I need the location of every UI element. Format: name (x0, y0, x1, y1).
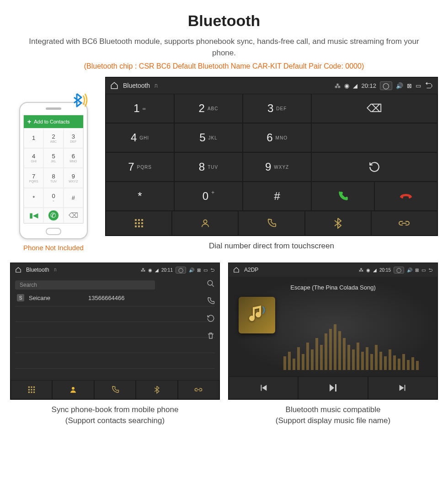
svg-rect-50 (416, 361, 419, 370)
album-art (239, 297, 275, 333)
svg-rect-6 (135, 225, 137, 227)
contact-row[interactable]: S Seicane 13566664466 (15, 290, 215, 306)
dial-keypad: 1∞2ABC3DEF4GHI5JKL6MNO7PQRS8TUV9WXYZ*0+# (106, 94, 311, 211)
usb-icon: ⎍ (155, 83, 158, 88)
back-icon[interactable]: ⮌ (210, 268, 215, 273)
svg-rect-11 (28, 386, 30, 388)
key-8[interactable]: 8TUV (174, 152, 243, 182)
svg-rect-49 (411, 357, 414, 370)
delete-icon[interactable] (207, 332, 215, 340)
camera-icon[interactable]: ◯ (380, 81, 392, 90)
volume-icon[interactable]: 🔊 (407, 268, 412, 273)
camera-icon[interactable]: ◯ (394, 267, 404, 274)
key-4[interactable]: 4GHI (106, 123, 174, 152)
wifi-icon: ◢ (373, 268, 377, 273)
svg-rect-33 (338, 331, 341, 370)
key-1[interactable]: 1∞ (106, 94, 174, 123)
svg-rect-39 (366, 347, 368, 370)
statusbar-title: Bluetooth (123, 82, 150, 89)
tab-bluetooth[interactable] (305, 211, 371, 236)
tab-pair[interactable] (178, 380, 219, 399)
svg-rect-44 (389, 349, 391, 370)
svg-rect-8 (141, 225, 143, 227)
svg-rect-15 (31, 389, 32, 390)
play-bar (229, 376, 437, 399)
svg-rect-23 (293, 359, 295, 370)
dialer-device: Bluetooth ⎍ ⁂ ◉ ◢ 20:12 ◯ 🔊 ⊠ ▭ ⮌ (105, 77, 438, 236)
sync-icon[interactable] (207, 314, 215, 322)
key-3[interactable]: 3DEF (243, 94, 311, 123)
svg-rect-30 (325, 333, 327, 370)
plus-icon: + (27, 118, 31, 125)
svg-rect-5 (141, 222, 143, 224)
video-call-icon: ▮◀ (24, 208, 43, 223)
home-icon[interactable] (15, 267, 21, 273)
status-bar: Bluetooth ⎍ ⁂ ◉ ◢ 20:12 ◯ 🔊 ⊠ ▭ ⮌ (106, 77, 437, 94)
backspace-button[interactable]: ⌫ (311, 94, 437, 123)
close-icon[interactable]: ⊠ (415, 268, 419, 273)
close-icon[interactable]: ⊠ (407, 82, 412, 89)
tab-pair[interactable] (371, 211, 437, 236)
hangup-button[interactable] (374, 182, 437, 211)
home-icon[interactable] (233, 267, 240, 273)
back-icon[interactable]: ⮌ (425, 81, 433, 91)
svg-rect-24 (297, 347, 300, 370)
call-icon[interactable] (207, 297, 215, 305)
recents-icon[interactable]: ▭ (416, 82, 421, 89)
song-title: Escape (The Pina Colada Song) (229, 284, 437, 291)
close-icon[interactable]: ⊠ (197, 268, 201, 273)
back-icon[interactable]: ⮌ (428, 268, 433, 273)
search-icon[interactable] (207, 279, 215, 288)
tab-keypad[interactable] (11, 380, 52, 399)
svg-rect-46 (398, 359, 400, 370)
search-input[interactable]: Search (15, 280, 155, 290)
key-5[interactable]: 5JKL (174, 123, 243, 152)
bluetooth-icon: ⁂ (359, 268, 363, 273)
svg-rect-0 (135, 219, 137, 221)
contacts-body: Search S Seicane 13566664466 (11, 277, 219, 380)
location-icon: ◉ (148, 268, 152, 273)
redial-button[interactable] (311, 152, 437, 182)
contacts-device: Bluetooth ⎍ ⁂ ◉ ◢ 20:11 ◯ 🔊 ⊠ ▭ ⮌ (10, 263, 220, 400)
next-button[interactable] (368, 376, 437, 399)
page-title: Bluetooth (10, 12, 438, 30)
location-icon: ◉ (344, 82, 349, 89)
tab-history[interactable] (94, 380, 136, 399)
key-0[interactable]: 0+ (174, 182, 243, 211)
status-bar-music: A2DP ⁂ ◉ ◢ 20:15 ◯ 🔊 ⊠ ▭ ⮌ (229, 263, 437, 277)
key-*[interactable]: * (106, 182, 174, 211)
home-icon[interactable] (110, 81, 118, 90)
tab-contacts[interactable] (52, 380, 94, 399)
svg-rect-18 (31, 392, 32, 393)
music-device: A2DP ⁂ ◉ ◢ 20:15 ◯ 🔊 ⊠ ▭ ⮌ Esc (228, 263, 438, 400)
play-pause-button[interactable] (298, 376, 368, 399)
recents-icon[interactable]: ▭ (421, 268, 426, 273)
svg-rect-25 (302, 354, 304, 370)
contact-initial: S (17, 294, 24, 301)
phone-frame: + Add to Contacts 1 2ABC3DEF 4GHI5JKL6MN… (19, 102, 88, 239)
tab-contacts[interactable] (172, 211, 238, 236)
volume-icon[interactable]: 🔊 (189, 268, 194, 273)
key-7[interactable]: 7PQRS (106, 152, 174, 182)
svg-rect-31 (329, 329, 332, 370)
music-caption: Bluetooth music compatible(Support displ… (228, 404, 438, 426)
prev-button[interactable] (229, 376, 298, 399)
statusbar-title: A2DP (244, 267, 258, 273)
tab-bar (106, 211, 437, 236)
volume-icon[interactable]: 🔊 (396, 82, 403, 89)
tab-keypad[interactable] (106, 211, 172, 236)
svg-rect-48 (407, 360, 410, 370)
recents-icon[interactable]: ▭ (203, 268, 208, 273)
key-6[interactable]: 6MNO (243, 123, 311, 152)
svg-rect-22 (288, 352, 291, 370)
key-9[interactable]: 9WXYZ (243, 152, 311, 182)
statusbar-title: Bluetooth (26, 267, 49, 273)
camera-icon[interactable]: ◯ (176, 267, 186, 274)
key-2[interactable]: 2ABC (174, 94, 243, 123)
tab-history[interactable] (238, 211, 304, 236)
tab-bluetooth[interactable] (136, 380, 177, 399)
svg-point-9 (203, 220, 207, 223)
call-button[interactable] (311, 182, 374, 211)
key-#[interactable]: # (243, 182, 311, 211)
svg-rect-28 (315, 338, 318, 370)
